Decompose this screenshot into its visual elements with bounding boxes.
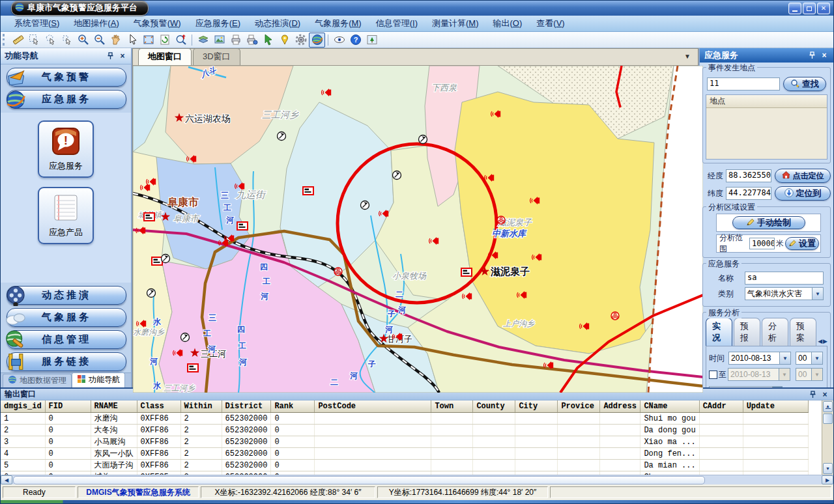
- globe-network-icon[interactable]: [309, 33, 325, 48]
- image-export-icon[interactable]: [211, 33, 227, 48]
- column-header-District[interactable]: District: [222, 400, 271, 413]
- tab-scroll-left-icon[interactable]: ◀: [818, 338, 822, 344]
- pointer-icon[interactable]: [124, 33, 140, 48]
- column-header-RNAME[interactable]: RNAME: [91, 400, 137, 413]
- combo-arrow-icon[interactable]: ▼: [779, 352, 790, 364]
- menu-item-信息管理[interactable]: 信息管理(I): [369, 16, 425, 31]
- scroll-left-icon[interactable]: ◀: [1, 475, 12, 484]
- scene-view-icon[interactable]: [364, 33, 380, 48]
- left-tab-功能导航[interactable]: 功能导航: [72, 372, 125, 387]
- location-keyword-input[interactable]: 11: [707, 77, 780, 91]
- sidebar-item-信息管理[interactable]: 信息管理: [7, 330, 126, 349]
- service-name-input[interactable]: sa: [745, 272, 824, 285]
- menu-item-应急服务[interactable]: 应急服务(E): [188, 16, 248, 31]
- time-range-checkbox[interactable]: [709, 371, 717, 379]
- date-combo[interactable]: 2010-08-13 ▼: [728, 352, 791, 365]
- settings-icon[interactable]: [293, 33, 309, 48]
- pan-icon[interactable]: [108, 33, 124, 48]
- column-header-County[interactable]: County: [473, 400, 515, 413]
- place-list[interactable]: 地点: [706, 94, 827, 160]
- column-header-PostCode[interactable]: PostCode: [315, 400, 431, 413]
- select-point-icon[interactable]: [59, 33, 75, 48]
- select-poly-icon[interactable]: [42, 33, 59, 48]
- column-header-Class[interactable]: Class: [137, 400, 180, 413]
- print-icon[interactable]: [227, 33, 244, 48]
- column-header-Within[interactable]: Within: [180, 400, 222, 413]
- column-header-Address[interactable]: Address: [600, 400, 640, 413]
- sidebar-item-应急服务[interactable]: 应急服务: [7, 90, 126, 109]
- close-button[interactable]: ✕: [817, 3, 830, 14]
- table-row[interactable]: 40东风一小队0XFF8626523020000Dong fen...: [1, 448, 808, 460]
- map-tab-3D窗口[interactable]: 3D窗口: [193, 48, 240, 65]
- minimize-button[interactable]: [788, 3, 801, 14]
- layers-icon[interactable]: [195, 33, 211, 48]
- close-panel-icon[interactable]: ×: [118, 52, 127, 61]
- maximize-button[interactable]: [803, 3, 816, 14]
- longitude-input[interactable]: 88.3625506: [726, 169, 771, 182]
- service-type-combo[interactable]: 气象和洪水灾害 ▼: [745, 287, 824, 300]
- column-header-FID[interactable]: FID: [45, 400, 91, 413]
- menu-item-气象服务[interactable]: 气象服务(M): [308, 16, 369, 31]
- close-panel-icon[interactable]: ×: [820, 390, 829, 399]
- sidebar-item-气象预警[interactable]: 气象预警: [7, 68, 126, 87]
- place-marker-icon[interactable]: [276, 33, 293, 48]
- click-locate-button[interactable]: 点击定位: [775, 169, 831, 183]
- launcher-应急服务[interactable]: !应急服务: [38, 120, 94, 178]
- sidebar-item-动态推演[interactable]: 动态推演: [7, 286, 126, 305]
- output-vscrollbar[interactable]: ▲ ▼: [822, 400, 833, 475]
- zoom-out-icon[interactable]: [91, 33, 108, 48]
- map-canvas[interactable]: 六运湖农场三工河乡下西泉九运街阜康市城关镇阜康市滋泥泉子中新水库滋泥泉子小泉牧场…: [133, 66, 698, 393]
- scroll-right-icon[interactable]: ▶: [822, 475, 833, 484]
- listbox-scrollbar[interactable]: ▲: [772, 387, 782, 387]
- latitude-input[interactable]: 44.2277844: [726, 187, 771, 200]
- column-header-dmgis_id[interactable]: dmgis_id: [1, 400, 45, 413]
- locate-to-button[interactable]: 定位到: [775, 186, 831, 201]
- zoom-history-icon[interactable]: [173, 33, 189, 48]
- menu-item-气象预警[interactable]: 气象预警(W): [126, 16, 188, 31]
- analysis-tab-预报[interactable]: 预报: [734, 318, 760, 346]
- map-tab-地图窗口[interactable]: 地图窗口: [138, 48, 192, 65]
- help-icon[interactable]: ?: [347, 33, 364, 48]
- menu-item-动态推演[interactable]: 动态推演(D): [248, 16, 308, 31]
- analysis-tab-分析[interactable]: 分析: [762, 318, 788, 346]
- toolbar-grip[interactable]: [3, 34, 7, 46]
- analysis-tab-实况[interactable]: 实况: [706, 318, 732, 346]
- hscroll-thumb[interactable]: [13, 476, 705, 484]
- column-header-CName[interactable]: CName: [640, 400, 699, 413]
- column-header-Town[interactable]: Town: [431, 400, 473, 413]
- set-range-button[interactable]: 设置: [785, 237, 819, 250]
- analysis-tab-预案[interactable]: 预案: [790, 318, 816, 346]
- column-header-City[interactable]: City: [515, 400, 558, 413]
- launcher-应急产品[interactable]: 应急产品: [38, 187, 94, 244]
- combo-arrow-icon[interactable]: ▼: [811, 352, 822, 364]
- title-bar[interactable]: 阜康市气象预警应急服务平台 ✕: [1, 1, 833, 16]
- element-listbox[interactable]: 降水空气温度 ▲: [709, 386, 783, 387]
- select-rect-icon[interactable]: [26, 33, 42, 48]
- table-row[interactable]: 10水磨沟0XFF8626523020000Shui mo gou: [1, 413, 808, 425]
- table-row[interactable]: 50大面场子沟0XFF8626523020000Da mian ...: [1, 460, 808, 471]
- eye-visibility-icon[interactable]: [331, 33, 347, 48]
- menu-item-查看[interactable]: 查看(V): [529, 16, 571, 31]
- zoom-in-icon[interactable]: [75, 33, 91, 48]
- measure-icon[interactable]: [10, 33, 26, 48]
- column-header-Rank[interactable]: Rank: [271, 400, 315, 413]
- table-row[interactable]: 30小马厩沟0XFF8626523020000Xiao ma ...: [1, 436, 808, 448]
- map-svg[interactable]: 六运湖农场三工河乡下西泉九运街阜康市城关镇阜康市滋泥泉子中新水库滋泥泉子小泉牧场…: [133, 66, 703, 393]
- analysis-range-input[interactable]: 10000: [749, 238, 775, 249]
- scroll-up-icon[interactable]: ▲: [773, 387, 782, 387]
- pin-icon[interactable]: [808, 390, 817, 399]
- table-row[interactable]: 20大冬沟0XFF8626523020000Da dong gou: [1, 425, 808, 436]
- scroll-down-icon[interactable]: ▼: [823, 463, 833, 474]
- sidebar-item-服务链接[interactable]: 服务链接: [7, 352, 126, 371]
- map-tab-dropdown-icon[interactable]: ▼: [682, 53, 693, 60]
- menu-item-地图操作[interactable]: 地图操作(A): [66, 16, 126, 31]
- column-header-CAddr[interactable]: CAddr: [699, 400, 743, 413]
- pin-icon[interactable]: [106, 52, 115, 61]
- green-pointer-icon[interactable]: [260, 33, 276, 48]
- tab-scroll-right-icon[interactable]: ▶: [823, 338, 827, 344]
- hour-combo[interactable]: 00 ▼: [796, 352, 823, 365]
- menu-item-系统管理[interactable]: 系统管理(S): [7, 16, 66, 31]
- refresh-icon[interactable]: [156, 33, 173, 48]
- close-panel-icon[interactable]: ×: [820, 51, 829, 60]
- combo-arrow-icon[interactable]: ▼: [812, 288, 823, 300]
